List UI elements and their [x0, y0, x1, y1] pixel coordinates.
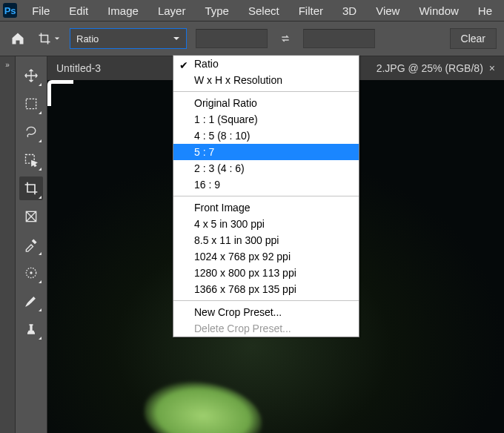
dd-item-2-3[interactable]: 2 : 3 (4 : 6) [173, 160, 359, 176]
brush-tool[interactable] [19, 289, 43, 313]
swap-dimensions-button[interactable] [276, 30, 294, 47]
brush-tool-icon [24, 294, 39, 308]
dd-item-1024x768[interactable]: 1024 x 768 px 92 ppi [173, 248, 359, 265]
dd-item-label: Front Image [194, 202, 250, 214]
menu-select[interactable]: Select [239, 3, 288, 19]
menu-filter[interactable]: Filter [290, 3, 332, 19]
expand-icon: » [5, 61, 10, 69]
dd-item-label: 1366 x 768 px 135 ppi [194, 283, 296, 295]
quick-select-tool-icon [24, 153, 39, 168]
dd-item-4x5-300[interactable]: 4 x 5 in 300 ppi [173, 216, 359, 232]
dd-item-label: 1024 x 768 px 92 ppi [194, 251, 291, 262]
home-icon [10, 31, 25, 46]
clear-button-label: Clear [461, 33, 485, 44]
menu-type[interactable]: Type [196, 3, 238, 19]
close-tab-button[interactable]: × [489, 62, 495, 74]
menu-edit[interactable]: Edit [60, 3, 97, 19]
dd-item-original-ratio[interactable]: Original Ratio [173, 95, 359, 111]
menu-layer[interactable]: Layer [149, 3, 195, 19]
dd-item-label: New Crop Preset... [194, 306, 282, 318]
dd-item-85x11-300[interactable]: 8.5 x 11 in 300 ppi [173, 232, 359, 248]
crop-preset-select[interactable]: Ratio [70, 28, 187, 49]
clone-stamp-tool[interactable] [19, 317, 43, 341]
image-content [141, 377, 266, 433]
dd-item-label: 8.5 x 11 in 300 ppi [194, 234, 279, 246]
dd-item-label: 16 : 9 [194, 179, 220, 191]
dd-item-label: Delete Crop Preset... [194, 323, 291, 334]
crop-tool-indicator[interactable] [37, 28, 61, 49]
dd-item-delete-preset: Delete Crop Preset... [173, 320, 359, 337]
spot-heal-tool-icon [24, 265, 39, 280]
dd-item-label: 4 : 5 (8 : 10) [194, 130, 250, 142]
options-bar: Ratio Clear [0, 21, 504, 56]
dd-item-label: 1280 x 800 px 113 ppi [194, 267, 296, 279]
rect-marquee-tool-icon [24, 96, 39, 111]
dd-item-1280x800[interactable]: 1280 x 800 px 113 ppi [173, 265, 359, 281]
ps-logo: Ps [3, 3, 17, 18]
dd-item-new-preset[interactable]: New Crop Preset... [173, 304, 359, 320]
dd-item-1366x768[interactable]: 1366 x 768 px 135 ppi [173, 281, 359, 297]
svg-rect-0 [26, 99, 36, 108]
menu-bar: Ps File Edit Image Layer Type Select Fil… [0, 0, 504, 21]
crop-tool-icon [38, 32, 51, 45]
dropdown-separator [173, 91, 359, 92]
menu-window[interactable]: Window [410, 3, 467, 19]
document-tab-1[interactable]: Untitled-3 [56, 62, 101, 74]
dd-item-4-5[interactable]: 4 : 5 (8 : 10) [173, 128, 359, 144]
dd-item-label: W x H x Resolution [194, 74, 282, 86]
home-button[interactable] [7, 28, 28, 49]
dd-item-label: 2 : 3 (4 : 6) [194, 162, 245, 174]
crop-width-input[interactable] [196, 29, 268, 48]
tool-palette [16, 56, 47, 433]
dd-item-label: Ratio [194, 58, 219, 70]
chevron-down-icon [173, 35, 180, 42]
svg-point-4 [30, 271, 32, 274]
dropdown-separator [173, 196, 359, 196]
crop-tool-icon [24, 181, 39, 196]
dd-item-label: Original Ratio [194, 97, 257, 109]
frame-tool[interactable] [19, 205, 43, 228]
checkmark-icon: ✔ [179, 57, 188, 73]
move-tool-icon [24, 68, 39, 83]
crop-height-input[interactable] [303, 29, 375, 48]
dd-item-5-7[interactable]: 5 : 7 [173, 144, 359, 160]
dd-item-label: 5 : 7 [194, 146, 214, 158]
document-tab-2[interactable]: 2.JPG @ 25% (RGB/8) [377, 62, 483, 74]
dropdown-separator [173, 300, 359, 301]
clear-button[interactable]: Clear [450, 28, 497, 49]
frame-tool-icon [24, 209, 39, 224]
menu-3d[interactable]: 3D [334, 3, 365, 19]
clone-stamp-tool-icon [24, 322, 39, 337]
eyedropper-tool[interactable] [19, 233, 43, 257]
crop-preset-dropdown: ✔ Ratio W x H x Resolution Original Rati… [173, 55, 359, 337]
move-tool[interactable] [19, 64, 43, 87]
menu-view[interactable]: View [367, 3, 408, 19]
lasso-tool[interactable] [19, 120, 43, 144]
dd-item-label: 4 x 5 in 300 ppi [194, 218, 265, 230]
swap-icon [279, 33, 291, 44]
lasso-tool-icon [24, 125, 39, 139]
crop-corner-handle[interactable] [47, 80, 73, 106]
crop-preset-selected-label: Ratio [76, 33, 99, 44]
dd-item-front-image[interactable]: Front Image [173, 199, 359, 216]
dd-item-label: 1 : 1 (Square) [194, 113, 258, 125]
panel-expand-strip[interactable]: » [0, 56, 16, 433]
menu-file[interactable]: File [23, 3, 59, 19]
quick-select-tool[interactable] [19, 148, 43, 172]
dd-item-16-9[interactable]: 16 : 9 [173, 176, 359, 193]
eyedropper-tool-icon [24, 237, 39, 252]
marquee-tool[interactable] [19, 92, 43, 116]
menu-image[interactable]: Image [99, 3, 147, 19]
chevron-down-icon [54, 36, 60, 42]
crop-tool[interactable] [19, 176, 43, 200]
menu-help[interactable]: He [469, 3, 501, 19]
dd-item-wxhres[interactable]: W x H x Resolution [173, 72, 359, 88]
dd-item-ratio[interactable]: ✔ Ratio [173, 56, 359, 72]
dd-item-1-1[interactable]: 1 : 1 (Square) [173, 111, 359, 128]
spot-heal-tool[interactable] [19, 261, 43, 285]
